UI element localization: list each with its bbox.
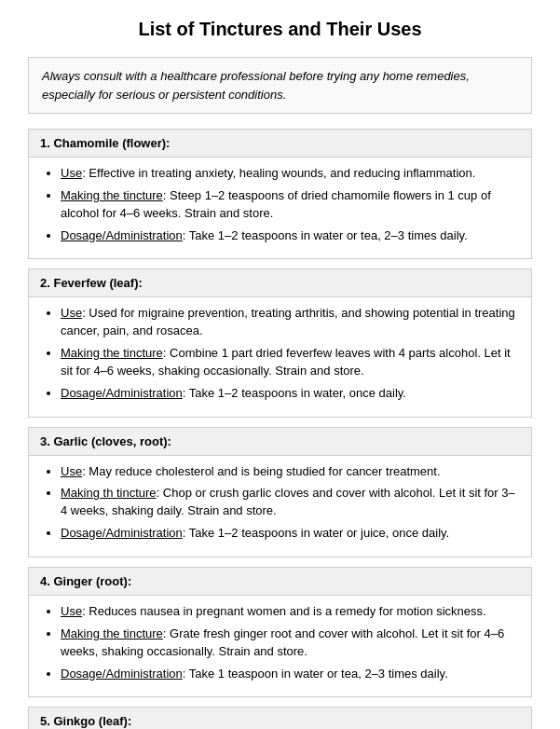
tincture-header-2: 2. Feverfew (leaf): <box>29 269 531 297</box>
warning-text: Always consult with a healthcare profess… <box>42 69 470 102</box>
tincture-header-5: 5. Ginkgo (leaf): <box>29 708 531 729</box>
tincture-use-2: Use: Used for migraine prevention, treat… <box>61 305 520 340</box>
dosage-label-4: Dosage/Administration <box>61 667 183 681</box>
tincture-dosage-3: Dosage/Administration: Take 1–2 teaspoon… <box>61 525 520 543</box>
tincture-list-3: Use: May reduce cholesterol and is being… <box>40 463 520 543</box>
tincture-header-4: 4. Ginger (root): <box>29 568 531 596</box>
tincture-section-1: 1. Chamomile (flower):Use: Effective in … <box>28 129 532 259</box>
warning-box: Always consult with a healthcare profess… <box>28 57 532 114</box>
tincture-header-3: 3. Garlic (cloves, root): <box>29 428 531 456</box>
tincture-list-4: Use: Reduces nausea in pregnant women an… <box>40 603 520 682</box>
making-label-1: Making the tincture <box>61 188 163 202</box>
tincture-dosage-4: Dosage/Administration: Take 1 teaspoon i… <box>61 666 520 683</box>
tincture-dosage-2: Dosage/Administration: Take 1–2 teaspoon… <box>61 385 520 403</box>
tincture-making-2: Making the tincture: Combine 1 part drie… <box>61 345 520 380</box>
tincture-use-4: Use: Reduces nausea in pregnant women an… <box>61 603 520 621</box>
making-label-3: Making th tincture <box>61 486 157 500</box>
use-label-4: Use <box>61 604 82 618</box>
tincture-body-2: Use: Used for migraine prevention, treat… <box>29 297 531 416</box>
tincture-header-1: 1. Chamomile (flower): <box>29 130 531 158</box>
tinctures-list: 1. Chamomile (flower):Use: Effective in … <box>28 129 532 729</box>
making-label-2: Making the tincture <box>61 346 163 360</box>
tincture-section-4: 4. Ginger (root):Use: Reduces nausea in … <box>28 567 532 697</box>
dosage-label-2: Dosage/Administration <box>61 386 183 400</box>
use-label-3: Use <box>61 464 82 478</box>
tincture-section-5: 5. Ginkgo (leaf):Use: Used to treat asth… <box>28 707 532 729</box>
tincture-body-1: Use: Effective in treating anxiety, heal… <box>29 158 531 258</box>
tincture-making-4: Making the tincture: Grate fresh ginger … <box>61 626 520 661</box>
tincture-list-1: Use: Effective in treating anxiety, heal… <box>40 165 520 244</box>
tincture-section-2: 2. Feverfew (leaf):Use: Used for migrain… <box>28 268 532 417</box>
tincture-making-3: Making th tincture: Chop or crush garlic… <box>61 485 520 520</box>
use-label-2: Use <box>61 306 82 320</box>
tincture-body-3: Use: May reduce cholesterol and is being… <box>29 456 531 557</box>
tincture-list-2: Use: Used for migraine prevention, treat… <box>40 305 520 402</box>
use-label-1: Use <box>61 166 82 180</box>
tincture-dosage-1: Dosage/Administration: Take 1–2 teaspoon… <box>61 227 520 245</box>
tincture-use-1: Use: Effective in treating anxiety, heal… <box>61 165 520 183</box>
page-title: List of Tinctures and Their Uses <box>28 19 532 40</box>
tincture-use-3: Use: May reduce cholesterol and is being… <box>61 463 520 481</box>
tincture-making-1: Making the tincture: Steep 1–2 teaspoons… <box>61 187 520 223</box>
dosage-label-1: Dosage/Administration <box>61 228 183 242</box>
dosage-label-3: Dosage/Administration <box>61 526 183 540</box>
making-label-4: Making the tincture <box>61 626 163 640</box>
tincture-section-3: 3. Garlic (cloves, root):Use: May reduce… <box>28 427 532 557</box>
tincture-body-4: Use: Reduces nausea in pregnant women an… <box>29 596 531 696</box>
